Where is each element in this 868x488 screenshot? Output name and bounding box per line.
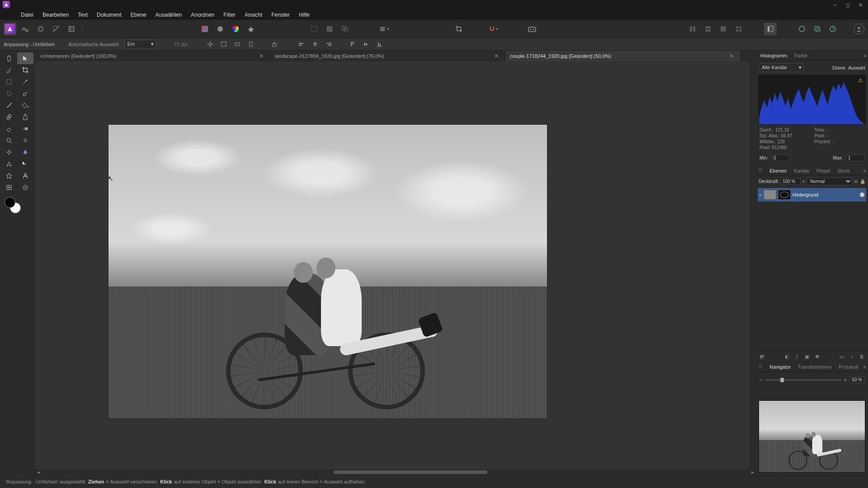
histogram-channel-select[interactable]: Alle Kanäle▾: [759, 63, 804, 72]
pen-tool[interactable]: [1, 158, 17, 170]
blend-mode-select[interactable]: Normal: [807, 178, 852, 185]
arrange-2-button[interactable]: [702, 23, 714, 35]
blur-tool[interactable]: [17, 146, 33, 158]
tab-ebenen[interactable]: Ebenen: [768, 167, 788, 174]
valign-bot-icon[interactable]: [375, 40, 384, 49]
canvas-image[interactable]: [108, 125, 547, 418]
paintbrush-tool[interactable]: [1, 99, 17, 111]
heal-tool[interactable]: [1, 111, 17, 123]
minimize-button[interactable]: ─: [829, 1, 841, 9]
text-tool[interactable]: [17, 170, 33, 182]
opacity-input[interactable]: [781, 178, 801, 185]
selectionbrush-tool[interactable]: [17, 88, 33, 99]
close-button[interactable]: ✕: [854, 1, 866, 9]
canvas-viewport[interactable]: ↖: [35, 61, 756, 475]
maximize-button[interactable]: ◻: [842, 1, 854, 9]
dodge-tool[interactable]: [1, 146, 17, 158]
persona-liquify-button[interactable]: [19, 23, 32, 35]
zoom-tool[interactable]: [1, 135, 17, 146]
context-auto-select[interactable]: Ein▾: [124, 40, 156, 49]
layer-mask2-icon[interactable]: ▣: [803, 353, 811, 360]
persona-develop-button[interactable]: [34, 23, 47, 35]
menu-filter[interactable]: Filter: [219, 10, 240, 19]
histogram-auswahl-button[interactable]: Auswahl: [848, 66, 865, 70]
valign-top-icon[interactable]: [348, 40, 357, 49]
tab-farbe[interactable]: Farbe: [793, 52, 809, 59]
assistant-button[interactable]: [526, 23, 538, 35]
layer-maskmode-icon[interactable]: ◩: [759, 353, 766, 360]
halign-center-icon[interactable]: [311, 40, 320, 49]
navigator-menu-icon[interactable]: ≡: [863, 364, 866, 370]
sync-3-button[interactable]: [826, 23, 839, 35]
layer-fx-icon[interactable]: ⚙: [854, 179, 858, 184]
menu-ansicht[interactable]: Ansicht: [240, 10, 267, 19]
sync-1-button[interactable]: [796, 23, 808, 35]
quickmask-button[interactable]: ▾: [375, 23, 393, 35]
foreground-color-swatch[interactable]: [5, 197, 15, 208]
histogram-ebene-button[interactable]: Ebene: [832, 66, 845, 70]
account-button[interactable]: [854, 23, 864, 34]
tab-histogram[interactable]: Histogramm: [759, 52, 789, 59]
menu-ebene[interactable]: Ebene: [126, 10, 151, 19]
persona-photo-button[interactable]: [4, 23, 16, 35]
sync-2-button[interactable]: [811, 23, 824, 35]
arrange-left-button[interactable]: [686, 23, 699, 35]
close-tab-0-icon[interactable]: ✕: [257, 53, 265, 59]
autocolor-button[interactable]: [198, 23, 211, 35]
document-tab-0[interactable]: <Unbenannt> [Geändert] (100,0%)✕: [35, 51, 270, 61]
menu-bearbeiten[interactable]: Bearbeiten: [38, 10, 73, 19]
tab-navigator[interactable]: Navigator: [768, 363, 793, 371]
layer-lock-icon[interactable]: 🔒: [860, 179, 865, 184]
layer-row-0[interactable]: ▸ Hintergrund: [758, 188, 866, 202]
vertical-scrollbar[interactable]: [750, 61, 756, 469]
shape-tool[interactable]: [1, 170, 17, 182]
arrange-3-button[interactable]: [717, 23, 730, 35]
layer-live-icon[interactable]: ✱: [813, 353, 821, 360]
zoom-in-button[interactable]: +: [844, 377, 847, 383]
magicwand-tool[interactable]: [17, 76, 33, 88]
menu-dokument[interactable]: Dokument: [92, 10, 126, 19]
close-tab-2-icon[interactable]: ✕: [727, 53, 736, 59]
menu-auswaehlen[interactable]: Auswählen: [151, 10, 186, 19]
menu-hilfe[interactable]: Hilfe: [294, 10, 314, 19]
gradient-tool[interactable]: [17, 123, 33, 135]
targetcolor-tool[interactable]: [17, 182, 33, 193]
lock-children-icon[interactable]: [270, 40, 279, 49]
transform-3-icon[interactable]: [246, 40, 255, 49]
selection-sub-button[interactable]: [339, 23, 351, 35]
layer-add-icon[interactable]: ＋: [848, 353, 855, 360]
tab-pinsel[interactable]: Pinsel: [815, 167, 832, 174]
zoom-out-button[interactable]: −: [760, 377, 762, 383]
menu-fenster[interactable]: Fenster: [267, 10, 294, 19]
tab-transformieren[interactable]: Transformieren: [796, 363, 833, 371]
valign-mid-icon[interactable]: [361, 40, 370, 49]
halign-left-icon[interactable]: [297, 40, 306, 49]
mesh-tool[interactable]: [1, 182, 17, 193]
freehand-sel-tool[interactable]: [1, 88, 17, 99]
fill-tool[interactable]: [17, 99, 33, 111]
snapping-button[interactable]: ▾: [484, 23, 502, 35]
eraser-tool[interactable]: [1, 123, 17, 135]
histogram-min-input[interactable]: [772, 155, 790, 161]
transform-2-icon[interactable]: [233, 40, 242, 49]
studio-toggle-button[interactable]: [764, 23, 777, 35]
menu-anordnen[interactable]: Anordnen: [186, 10, 219, 19]
navigator-preview[interactable]: [759, 400, 865, 473]
hand-tool[interactable]: [1, 52, 17, 64]
histogram-menu-icon[interactable]: ≡: [863, 53, 866, 58]
layers-menu-icon[interactable]: ≡: [863, 168, 866, 174]
document-tab-1[interactable]: landscape-3127859_1920.jpg [Geändert] (7…: [270, 51, 505, 61]
layer-group-icon[interactable]: ▭: [838, 353, 845, 360]
tab-stock[interactable]: Stock: [835, 167, 852, 174]
document-tab-2[interactable]: couple-1718244_1920.jpg [Geändert] (50,0…: [505, 51, 741, 61]
horizontal-scrollbar[interactable]: ◂ ▸: [35, 469, 756, 475]
arrange-4-button[interactable]: [732, 23, 745, 35]
node-tool[interactable]: [17, 158, 33, 170]
crop-toggle-button[interactable]: [453, 23, 465, 35]
move-tool[interactable]: [17, 52, 33, 64]
clone-tool[interactable]: [17, 111, 33, 123]
selection-rect-tool[interactable]: [1, 76, 17, 88]
selection-none-button[interactable]: [308, 23, 321, 35]
layer-visibility-toggle[interactable]: [860, 192, 864, 197]
histogram-max-input[interactable]: [846, 155, 864, 161]
